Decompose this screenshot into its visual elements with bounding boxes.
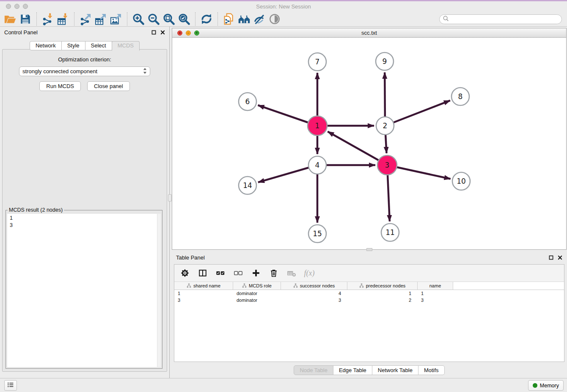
apply-function-icon: f(x) <box>304 268 315 279</box>
svg-text:7: 7 <box>315 58 320 66</box>
hide-graphics-details-icon[interactable] <box>252 12 267 26</box>
export-image-icon[interactable] <box>108 12 124 26</box>
table-tabs: Node TableEdge TableNetwork TableMotifs <box>172 365 567 375</box>
graph-node-10[interactable]: 10 <box>452 172 470 190</box>
network-from-document-icon[interactable] <box>221 12 237 26</box>
table-toolbar: f(x) <box>174 265 564 282</box>
task-history-button[interactable] <box>4 380 17 391</box>
mcds-result-group: MCDS result (2 nodes) 1 3 <box>6 207 162 369</box>
node-table-block: f(x) shared nameMCDS rolesuccessor nodes… <box>174 264 564 362</box>
svg-text:3: 3 <box>385 161 390 169</box>
mcds-result-text: 1 3 <box>7 214 161 230</box>
network-canvas[interactable]: 7968124314101511 <box>172 38 566 249</box>
svg-text:14: 14 <box>243 181 252 190</box>
result-scrollbar[interactable] <box>157 214 161 367</box>
control-panel-title: Control Panel <box>4 29 38 36</box>
graph-node-4[interactable]: 4 <box>308 156 326 174</box>
table-cell[interactable]: 3 <box>418 297 453 304</box>
graph-node-14[interactable]: 14 <box>239 177 256 194</box>
zoom-selected-icon[interactable] <box>176 12 192 26</box>
graph-node-7[interactable]: 7 <box>308 53 326 71</box>
close-panel-icon[interactable] <box>558 255 562 261</box>
criterion-value: strongly connected component <box>22 68 97 75</box>
network-graph: 7968124314101511 <box>172 38 566 249</box>
tab-network-table[interactable]: Network Table <box>372 365 418 375</box>
export-table-icon[interactable] <box>93 12 108 26</box>
table-cell[interactable]: 4 <box>281 290 347 297</box>
table-cell[interactable]: 3 <box>281 297 347 304</box>
zoom-fit-icon[interactable] <box>161 12 176 26</box>
close-panel-button[interactable]: Close panel <box>87 81 130 91</box>
column-header-name[interactable]: name <box>418 282 453 290</box>
save-session-icon[interactable] <box>18 12 33 26</box>
table-cell[interactable]: dominator <box>233 297 281 304</box>
table-cell[interactable]: 1 <box>347 290 418 297</box>
column-header-predecessor-nodes[interactable]: predecessor nodes <box>347 282 418 290</box>
network-close-button[interactable]: × <box>177 30 182 36</box>
graph-edge-2-8[interactable] <box>385 100 450 126</box>
table-cell[interactable]: 2 <box>347 297 418 304</box>
graph-node-8[interactable]: 8 <box>451 88 469 105</box>
table-cell[interactable]: 1 <box>174 290 233 297</box>
criterion-select[interactable]: strongly connected component <box>19 66 150 76</box>
graph-node-15[interactable]: 15 <box>308 225 326 243</box>
columns-icon[interactable] <box>197 268 208 279</box>
column-header-filler <box>453 282 564 290</box>
close-panel-icon[interactable] <box>160 30 165 36</box>
column-header-successor-nodes[interactable]: successor nodes <box>281 282 347 290</box>
table-cell[interactable]: dominator <box>233 290 281 297</box>
delete-column-icon[interactable] <box>268 268 279 279</box>
tab-edge-table[interactable]: Edge Table <box>333 365 372 375</box>
network-maximize-button[interactable]: + <box>194 30 199 36</box>
graph-node-9[interactable]: 9 <box>376 52 394 70</box>
memory-button[interactable]: Memory <box>528 380 564 391</box>
hierarchy-icon <box>187 283 191 289</box>
zoom-out-icon[interactable] <box>146 12 161 26</box>
svg-text:6: 6 <box>245 97 250 106</box>
graph-node-1[interactable]: 1 <box>308 116 327 135</box>
network-minimize-button[interactable]: − <box>186 30 191 36</box>
table-cell[interactable]: 3 <box>174 297 233 304</box>
tab-motifs[interactable]: Motifs <box>418 365 445 375</box>
table-row[interactable]: 1dominator411 <box>174 290 564 297</box>
svg-text:9: 9 <box>383 57 387 66</box>
settings-icon[interactable] <box>179 268 190 279</box>
graph-node-2[interactable]: 2 <box>376 117 394 135</box>
refresh-layout-icon[interactable] <box>199 12 214 26</box>
panel-splitter-handle[interactable] <box>168 194 172 202</box>
tab-mcds[interactable]: MCDS <box>112 41 140 51</box>
add-column-icon[interactable] <box>250 268 261 279</box>
float-panel-icon[interactable] <box>549 255 553 261</box>
home-icon[interactable] <box>237 12 252 26</box>
tab-node-table[interactable]: Node Table <box>294 365 333 375</box>
zoom-in-icon[interactable] <box>131 12 146 26</box>
import-network-icon[interactable] <box>40 12 55 26</box>
titlebar: Session: New Session <box>0 1 567 12</box>
table-cell[interactable]: 1 <box>418 290 453 297</box>
search-box[interactable] <box>439 14 562 24</box>
select-all-checks-icon[interactable] <box>215 268 226 279</box>
network-window-titlebar: × − + scc.txt <box>172 28 566 38</box>
import-table-icon[interactable] <box>55 12 71 26</box>
graph-node-11[interactable]: 11 <box>381 224 399 241</box>
tab-style[interactable]: Style <box>61 41 85 50</box>
table-row[interactable]: 3dominator323 <box>174 297 564 304</box>
tab-select[interactable]: Select <box>85 41 112 50</box>
tab-network[interactable]: Network <box>30 41 62 50</box>
show-eye-icon[interactable] <box>267 12 282 26</box>
float-panel-icon[interactable] <box>151 30 156 36</box>
svg-text:2: 2 <box>383 121 388 130</box>
graph-node-6[interactable]: 6 <box>239 93 256 110</box>
search-input[interactable] <box>449 15 561 24</box>
column-header-MCDS-role[interactable]: MCDS role <box>233 282 281 290</box>
svg-text:10: 10 <box>457 177 466 185</box>
network-view-window: × − + scc.txt 7968124314101511 <box>172 28 567 250</box>
open-file-icon[interactable] <box>3 12 18 26</box>
run-mcds-button[interactable]: Run MCDS <box>39 81 81 91</box>
mcds-result-box: 1 3 <box>7 214 161 367</box>
graph-node-3[interactable]: 3 <box>377 155 397 175</box>
network-splitter-handle[interactable] <box>366 248 372 251</box>
column-header-shared-name[interactable]: shared name <box>174 282 233 290</box>
export-network-icon[interactable] <box>78 12 93 26</box>
deselect-all-checks-icon[interactable] <box>233 268 244 279</box>
